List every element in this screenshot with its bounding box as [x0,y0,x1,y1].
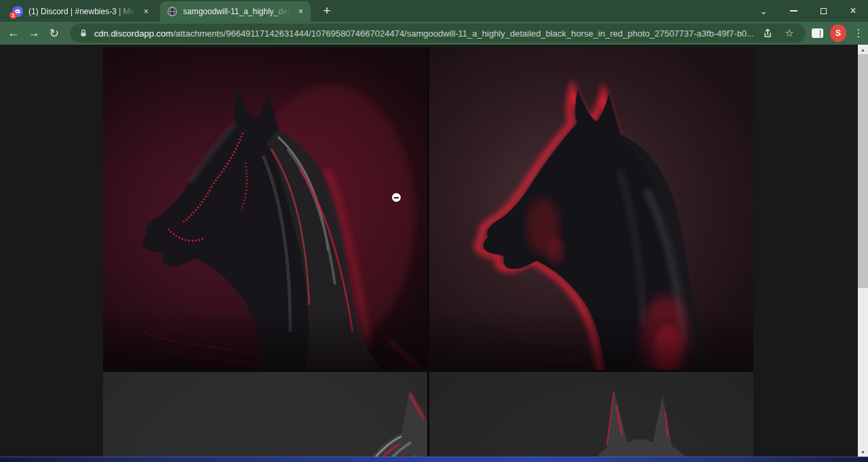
tab-title: (1) Discord | #newbies-3 | Midjou [28,7,138,16]
navigation-toolbar: ← → ↻ cdn.discordapp.com /attachments/96… [0,22,868,45]
image-quadrant-3 [103,372,427,462]
bookmark-star-icon[interactable]: ☆ [781,25,797,41]
globe-favicon-icon [167,6,178,17]
scrollbar-thumb[interactable] [858,54,868,288]
tab-close-icon[interactable]: × [295,6,307,18]
tab-discord[interactable]: 1 (1) Discord | #newbies-3 | Midjou × [5,1,156,22]
image-quadrant-1 [103,47,427,370]
url-path: /attachments/96649117142631444/107695807… [173,28,754,39]
menu-kebab-icon[interactable]: ⋮ [849,23,868,43]
zoom-out-cursor-icon [392,193,401,202]
horse-illustration [429,47,753,370]
tab-close-icon[interactable]: × [140,6,152,18]
image-quadrant-4 [429,372,753,462]
side-panel-button[interactable] [808,23,827,43]
reload-button[interactable]: ↻ [45,23,64,43]
back-button[interactable]: ← [4,23,23,43]
url-domain: cdn.discordapp.com [94,28,173,39]
browser-window: 1 (1) Discord | #newbies-3 | Midjou × sa… [0,0,868,462]
tab-strip: 1 (1) Discord | #newbies-3 | Midjou × sa… [0,0,868,22]
avatar[interactable]: S [830,24,846,42]
window-controls: ⌄ × [749,0,868,22]
side-panel-icon [812,28,823,38]
taskbar-edge [0,457,868,462]
minimize-icon [790,10,797,12]
address-bar[interactable]: cdn.discordapp.com /attachments/96649117… [71,24,806,43]
notification-badge: 1 [9,12,17,19]
tab-search-button[interactable]: ⌄ [749,0,778,22]
page-content: ▲ ▼ [0,45,868,462]
scroll-up-button[interactable]: ▲ [858,45,868,54]
forward-button[interactable]: → [24,23,43,43]
horse-illustration [429,372,753,462]
scroll-down-button[interactable]: ▼ [858,447,868,457]
close-button[interactable]: × [838,0,868,22]
new-tab-button[interactable]: + [317,1,336,20]
discord-favicon-icon: 1 [12,6,23,17]
share-icon [762,28,773,39]
restore-icon [821,8,827,14]
share-button[interactable] [760,25,776,41]
tab-title: samgoodwill-11_a_highly_detaile [183,7,292,16]
tab-image-attachment[interactable]: samgoodwill-11_a_highly_detaile × [160,1,311,22]
minimize-button[interactable] [778,0,808,22]
horse-illustration [103,372,427,462]
image-quadrant-2 [429,47,753,370]
horse-illustration [103,47,427,370]
vertical-scrollbar[interactable]: ▲ ▼ [858,45,868,457]
lock-icon [79,28,88,38]
attachment-image[interactable] [103,47,753,462]
maximize-button[interactable] [808,0,838,22]
